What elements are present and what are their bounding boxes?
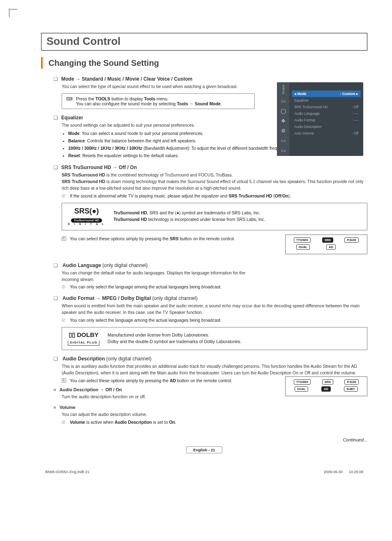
srs-heading: SRS TruSurround HD → Off / On: [53, 165, 367, 170]
tools-tip-box: ⌨ Press the TOOLS button to display Tool…: [62, 93, 255, 109]
remote-icon: 🅁: [62, 236, 67, 241]
tv-icon: ▭: [281, 98, 286, 104]
remote-diagram-1: TTX/MIX SRS P.SIZE DUAL AD: [285, 235, 367, 254]
note-icon: ⦾: [62, 420, 67, 425]
osd-row: Audio Description: [292, 123, 361, 130]
audiofmt-heading: Audio Format → MPEG / Dolby Digital (onl…: [53, 295, 367, 301]
remote-btn: P.SIZE: [344, 237, 359, 243]
srs-logo: SRS(●) TruSurround HD D I G I T A L: [68, 207, 105, 226]
remote-btn: SRS: [322, 379, 333, 385]
legal-text: TruSurround HD, SRS and the (●) symbol a…: [113, 210, 265, 216]
srs-note: ⦾ If the sound is abnormal while TV is p…: [62, 193, 367, 199]
audiodesc-remote-note: 🅁 You can select these options simply by…: [62, 378, 276, 383]
footer-right: 2009-06-30 10:26:08: [324, 470, 363, 474]
dolby-trademark-box: ▯▯ DOLBY DIGITAL PLUS Manufactured under…: [62, 327, 367, 350]
srs-p2: SRS TruSurround HD is down mixing techno…: [62, 179, 367, 192]
gear-icon: ⚙: [281, 128, 286, 134]
osd-row: Audio Format: ----: [292, 117, 361, 123]
srs-trademark-box: SRS(●) TruSurround HD D I G I T A L TruS…: [62, 203, 367, 230]
osd-tab-label: Sound: [281, 85, 285, 94]
dolby-logo: ▯▯ DOLBY DIGITAL PLUS: [68, 332, 99, 346]
audiofmt-note: ⦾ You can only select the language among…: [62, 318, 367, 323]
remote-btn: DUAL: [296, 244, 310, 250]
note-icon: ⦾: [62, 284, 67, 290]
item-srs: SRS TruSurround HD → Off / On SRS TruSur…: [53, 165, 367, 256]
remote-btn: DUAL: [295, 386, 308, 392]
remote-btn: AD: [326, 244, 336, 250]
remote-btn: TTX/MIX: [294, 379, 311, 385]
remote-btn: P.SIZE: [344, 379, 359, 385]
audiodesc-sub1-text: Turn the audio description function on o…: [62, 394, 276, 400]
audiofmt-text: When sound is emitted from both the main…: [62, 303, 367, 316]
app-icon: ▭: [281, 148, 286, 153]
audiolang-text: You can change the default value for aud…: [62, 270, 255, 283]
osd-row: ◂ Mode : Custom ▸: [292, 91, 361, 97]
audiodesc-sub1-head: Audio Description → Off / On: [53, 387, 276, 392]
item-audio-language: Audio Language (only digital channel) Yo…: [53, 262, 367, 290]
audiodesc-heading: Audio Description (only digital channel): [53, 356, 367, 362]
remote-btn-ad: AD: [321, 386, 331, 392]
audiodesc-sub2-note: ⦾ Volume is active when Audio Descriptio…: [62, 420, 276, 425]
drop-icon: ❖: [281, 118, 286, 124]
srs-remote-note: 🅁 You can select these options simply by…: [62, 236, 276, 241]
audiolang-note: ⦾ You can only select the language among…: [62, 284, 367, 290]
continued-label: Continued...: [41, 437, 367, 442]
audiodesc-sub2-head: Volume: [53, 405, 276, 410]
osd-row: Audio Language: ----: [292, 110, 361, 117]
remote-btn-srs: SRS: [322, 237, 333, 243]
osd-row: Equalizer: [292, 97, 361, 104]
remote-icon: 🅁: [62, 378, 67, 383]
accent-bar-icon: [41, 57, 44, 69]
item-audio-description: Audio Description (only digital channel)…: [53, 356, 367, 425]
circle-icon: ◯: [281, 108, 286, 114]
audiodesc-text: This is an auxiliary audio function that…: [62, 363, 367, 376]
note-icon: ⦾: [62, 193, 67, 199]
section-heading: Changing the Sound Setting: [41, 57, 367, 69]
osd-row: Auto Volume: Off: [292, 130, 361, 137]
legal-text: Dolby and the double-D symbol are tradem…: [108, 339, 242, 345]
title-box: Sound Control: [41, 33, 367, 51]
audiodesc-sub2-text: You can adjust the audio description vol…: [62, 411, 276, 418]
legal-text: TruSurround HD technology is incorporate…: [113, 216, 265, 223]
remote-btn: TTX/MIX: [294, 237, 311, 243]
remote-btn: SUBT.: [344, 386, 358, 392]
audiolang-heading: Audio Language (only digital channel): [53, 262, 367, 268]
item-audio-format: Audio Format → MPEG / Dolby Digital (onl…: [53, 295, 367, 350]
tip-line: Press the TOOLS button to display Tools …: [76, 96, 222, 101]
input-icon: ▭: [281, 138, 286, 144]
tip-line: You can also configure the sound mode by…: [76, 101, 222, 106]
page-title: Sound Control: [46, 35, 362, 48]
mode-heading: Mode → Standard / Music / Movie / Clear …: [53, 76, 367, 82]
note-icon: ⦾: [62, 318, 67, 323]
legal-text: Manufactured under license from Dolby La…: [108, 332, 242, 339]
srs-p1: SRS TruSurround HD is the combined techn…: [62, 172, 367, 179]
page-footer-label: English - 21: [186, 446, 222, 453]
tools-icon: ⌨: [66, 96, 73, 106]
remote-diagram-2: TTX/MIX SRS P.SIZE DUAL AD SUBT.: [285, 376, 367, 396]
section-title: Changing the Sound Setting: [48, 58, 159, 68]
mode-text: You can select the type of special sound…: [62, 84, 255, 90]
footer-left: BN68-02355A-Eng.indb 21: [45, 470, 90, 474]
remote-btn: [352, 244, 356, 250]
osd-menu: Sound ▭ ◯ ❖ ⚙ ▭ ▭ ◂ Mode : Custom ▸ Equa…: [277, 82, 363, 156]
osd-row: SRS TruSurround HD: Off: [292, 104, 361, 110]
